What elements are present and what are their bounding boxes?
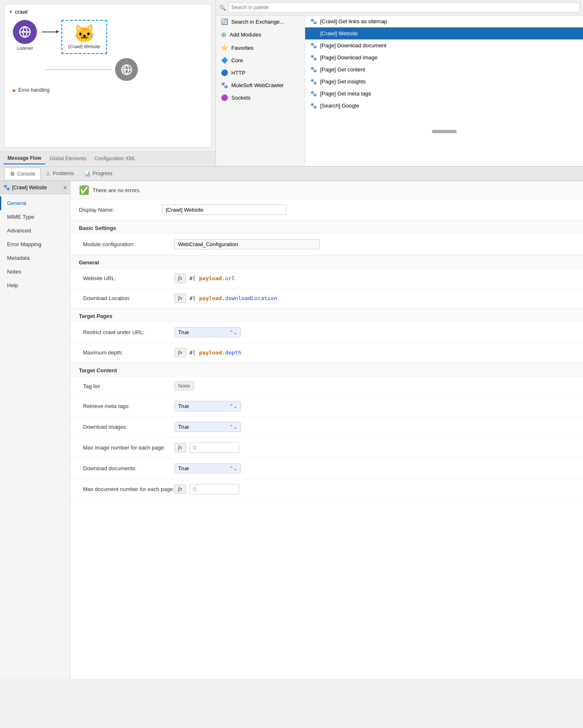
max-image-label: Max image number for each page:	[83, 445, 174, 451]
target-pages-header: Target Pages	[71, 308, 583, 322]
add-modules-icon: ⊕	[221, 31, 226, 39]
download-images-select[interactable]: True False	[174, 422, 241, 432]
palette-item-get-links[interactable]: 🐾 [Crawl] Get links as sitemap	[305, 15, 583, 27]
palette-item-sockets[interactable]: 🟣 Sockets	[216, 91, 305, 104]
target-content-header: Target Content	[71, 363, 583, 376]
download-documents-wrapper: True False ⌃⌄	[174, 463, 241, 474]
tab-message-flow[interactable]: Message Flow	[3, 153, 45, 164]
progress-tab[interactable]: 📊 Progress	[79, 168, 118, 179]
download-images-row: Download images: True False ⌃⌄	[71, 417, 583, 437]
get-meta-tags-icon: 🐾	[310, 90, 317, 97]
max-image-fx-button[interactable]: fx	[174, 443, 186, 452]
download-image-icon: 🐾	[310, 54, 317, 61]
basic-settings-header: Basic Settings	[71, 220, 583, 234]
palette-item-download-image[interactable]: 🐾 [Page] Download image	[305, 51, 583, 64]
restrict-crawl-row: Restrict crawl under URL: True False ⌃⌄	[71, 322, 583, 343]
error-handling-label: Error handling	[18, 87, 49, 93]
problems-tab[interactable]: ⚠ Problems	[41, 168, 79, 179]
flow-title: ▼ crawl	[9, 9, 207, 15]
max-depth-fx-button[interactable]: fx	[174, 348, 186, 357]
retrieve-meta-tags-wrapper: True False ⌃⌄	[174, 401, 241, 411]
website-url-fx-button[interactable]: fx	[174, 274, 186, 283]
palette-item-mulesoft[interactable]: 🐾 MuleSoft WebCrawler	[216, 79, 305, 91]
sidebar-nav-mime-type[interactable]: MIME Type	[0, 210, 70, 224]
download-documents-row: Download documents: True False ⌃⌄	[71, 458, 583, 479]
download-documents-label: Download documents:	[83, 465, 174, 471]
module-config-input[interactable]	[174, 239, 320, 249]
console-icon: 🖥	[10, 171, 15, 177]
get-links-icon: 🐾	[310, 18, 317, 24]
palette-item-add-modules[interactable]: ⊕ Add Modules	[216, 28, 305, 42]
restrict-crawl-select-wrapper: True False ⌃⌄	[174, 327, 241, 337]
palette-item-http[interactable]: 🔵 HTTP	[216, 66, 305, 79]
max-document-row: Max document number for each page: fx	[71, 479, 583, 500]
download-doc-icon: 🐾	[310, 42, 317, 49]
download-images-label: Download images:	[83, 424, 174, 430]
palette-item-crawl-website[interactable]: 🐾 [Crawl] Website	[305, 27, 583, 39]
flow-name: crawl	[15, 9, 27, 15]
sidebar-nav-metadata[interactable]: Metadata	[0, 251, 70, 265]
tab-global-elements[interactable]: Global Elements	[45, 153, 90, 164]
max-image-input[interactable]	[189, 442, 239, 453]
console-tab[interactable]: 🖥 Console	[4, 168, 41, 179]
website-url-expr: #[ payload.url	[189, 275, 235, 281]
palette-item-get-insights[interactable]: 🐾 [Page] Get insights	[305, 76, 583, 88]
bottom-spacer	[71, 500, 583, 541]
palette-item-favorites[interactable]: ⭐ Favorites	[216, 42, 305, 54]
restrict-crawl-label: Restrict crawl under URL:	[83, 329, 174, 335]
retrieve-meta-tags-label: Retrieve meta tags:	[83, 403, 174, 409]
module-config-row: Module configuration:	[71, 234, 583, 255]
crawl-website-node[interactable]: 🐱 [Crawl] Website	[61, 20, 107, 54]
palette-item-get-meta-tags[interactable]: 🐾 [Page] Get meta tags	[305, 88, 583, 100]
crawl-website-palette-icon: 🐾	[310, 30, 317, 37]
component-title: [Crawl] Website	[12, 185, 61, 191]
palette-item-core[interactable]: 🔷 Core	[216, 54, 305, 66]
website-url-label: Website URL:	[83, 275, 174, 281]
restrict-crawl-select[interactable]: True False	[174, 327, 241, 337]
download-images-wrapper: True False ⌃⌄	[174, 422, 241, 432]
http-icon: 🔵	[221, 69, 228, 76]
core-icon: 🔷	[221, 57, 228, 64]
display-name-input[interactable]	[162, 205, 287, 215]
progress-icon: 📊	[84, 171, 91, 177]
get-insights-icon: 🐾	[310, 78, 317, 85]
max-depth-expr: #[ payload.depth	[189, 349, 241, 356]
sidebar-nav-help[interactable]: Help	[0, 278, 70, 292]
sidebar-nav-error-mapping[interactable]: Error Mapping	[0, 237, 70, 251]
download-documents-select[interactable]: True False	[174, 463, 241, 474]
download-location-fx-button[interactable]: fx	[174, 293, 186, 303]
tag-list-label: Tag list	[83, 383, 174, 389]
close-button[interactable]: ×	[63, 184, 67, 191]
palette-item-get-content[interactable]: 🐾 [Page] Get content	[305, 64, 583, 76]
palette-item-search-google[interactable]: 🐾 [Search] Google	[305, 100, 583, 112]
crawl-cat-icon: 🐱	[73, 25, 95, 42]
sidebar-nav-notes[interactable]: Notes	[0, 265, 70, 278]
display-name-label: Display Name:	[79, 207, 162, 213]
tag-list-value: None	[174, 381, 194, 391]
retrieve-meta-tags-select[interactable]: True False	[174, 401, 241, 411]
error-handling[interactable]: ▶ Error handling	[13, 87, 207, 93]
triangle-icon: ▼	[9, 10, 13, 14]
palette-search-input[interactable]	[228, 2, 580, 12]
component-header: 🐾 [Crawl] Website ×	[0, 181, 70, 194]
mulesoft-icon: 🐾	[221, 82, 228, 88]
palette-scrollbar[interactable]	[432, 130, 457, 133]
sidebar-nav-general[interactable]: General	[0, 196, 70, 210]
crawl-website-label: [Crawl] Website	[69, 44, 100, 49]
palette-item-search-exchange[interactable]: 🔄 Search in Exchange...	[216, 15, 305, 28]
tab-configuration-xml[interactable]: Configuration XML	[90, 153, 140, 164]
sockets-icon: 🟣	[221, 94, 228, 101]
max-document-label: Max document number for each page:	[83, 486, 174, 492]
sidebar-nav-advanced[interactable]: Advanced	[0, 224, 70, 237]
listener-node[interactable]: Listener	[13, 20, 37, 51]
website-url-row: Website URL: fx #[ payload.url	[71, 269, 583, 288]
flow-arrow: ▶	[42, 32, 56, 32]
problems-icon: ⚠	[46, 171, 51, 177]
max-document-fx-button[interactable]: fx	[174, 484, 186, 494]
palette-item-download-doc[interactable]: 🐾 [Page] Download document	[305, 39, 583, 51]
get-content-icon: 🐾	[310, 66, 317, 73]
display-name-row: Display Name:	[71, 200, 583, 220]
max-document-input[interactable]	[189, 484, 239, 494]
search-exchange-icon: 🔄	[221, 18, 228, 25]
download-location-label: Download Location:	[83, 295, 174, 301]
